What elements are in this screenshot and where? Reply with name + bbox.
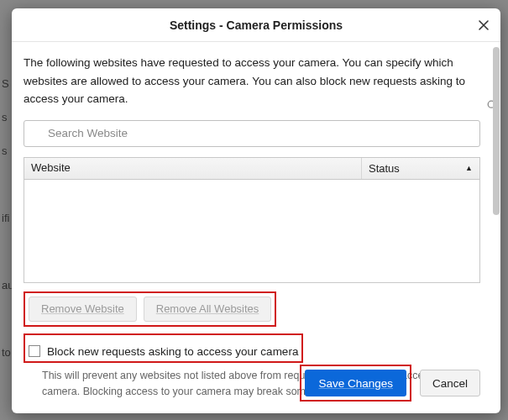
dialog-body: The following websites have requested to… [12,42,500,413]
scrollbar-track[interactable] [493,47,500,408]
intro-text: The following websites have requested to… [24,54,480,108]
column-website[interactable]: Website [24,158,362,179]
search-wrap [24,120,480,147]
dialog-title: Settings - Camera Permissions [170,18,343,32]
search-input[interactable] [24,120,480,147]
annotation-highlight-block: Block new requests asking to access your… [24,333,303,363]
sort-ascending-icon: ▲ [465,164,473,172]
column-status[interactable]: Status ▲ [362,158,479,179]
block-requests-checkbox[interactable] [29,345,40,357]
scrollbar-thumb[interactable] [493,47,500,215]
block-requests-label: Block new requests asking to access your… [47,345,298,358]
save-changes-button[interactable]: Save Changes [305,370,406,396]
dialog-footer: Save Changes Cancel [300,365,480,402]
close-button[interactable] [474,15,494,35]
annotation-highlight-save: Save Changes [300,365,411,402]
remove-website-button[interactable]: Remove Website [29,297,137,322]
column-status-label: Status [369,162,400,175]
remove-all-websites-button[interactable]: Remove All Websites [144,297,272,322]
camera-permissions-dialog: Settings - Camera Permissions The follow… [12,8,500,413]
permissions-table: Website Status ▲ [24,157,480,283]
table-header[interactable]: Website Status ▲ [24,158,479,180]
cancel-button[interactable]: Cancel [420,370,480,396]
dialog-header: Settings - Camera Permissions [12,8,500,42]
annotation-highlight-remove: Remove Website Remove All Websites [24,291,276,327]
close-icon [478,19,490,31]
